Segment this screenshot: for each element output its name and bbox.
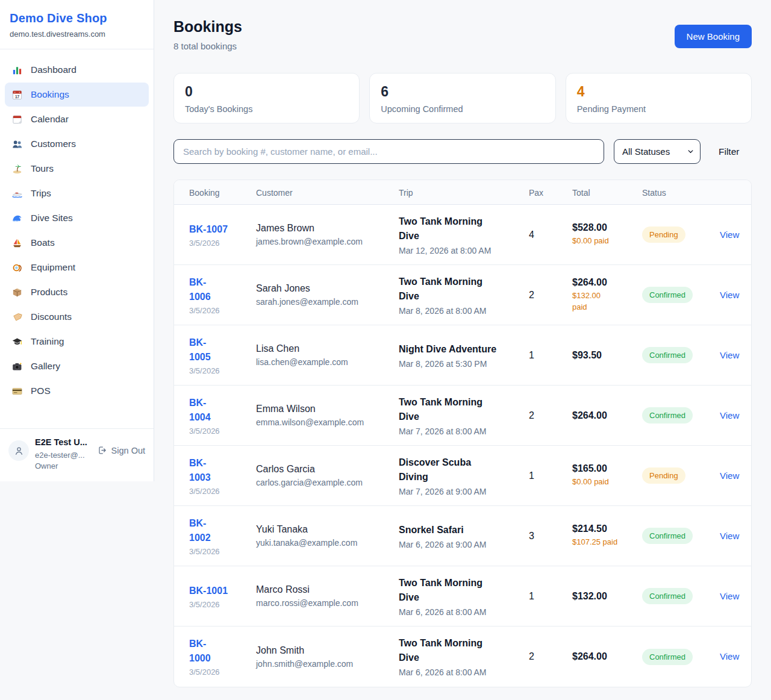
diving-mask-icon bbox=[11, 261, 23, 273]
trip-name: Two Tank Morning Dive bbox=[399, 576, 523, 605]
booking-id-link[interactable]: BK- 1005 bbox=[189, 336, 250, 364]
sailboat-icon bbox=[11, 237, 23, 249]
view-link[interactable]: View bbox=[720, 470, 739, 481]
view-link[interactable]: View bbox=[720, 531, 739, 541]
view-link[interactable]: View bbox=[720, 410, 739, 420]
customer-name: Marco Rossi bbox=[256, 584, 393, 595]
sidebar-item-equipment[interactable]: Equipment bbox=[5, 255, 149, 280]
trip-cell: Two Tank Morning Dive Mar 7, 2026 at 8:0… bbox=[399, 387, 529, 445]
trip-cell: Two Tank Morning Dive Mar 6, 2026 at 8:0… bbox=[399, 628, 529, 686]
col-header-booking: Booking bbox=[189, 180, 256, 204]
sidebar-item-training[interactable]: Training bbox=[5, 330, 149, 354]
sidebar-item-tours[interactable]: Tours bbox=[5, 157, 149, 181]
booking-id-link[interactable]: BK-1007 bbox=[189, 222, 250, 237]
brand-block: Demo Dive Shop demo.test.divestreams.com bbox=[0, 0, 154, 49]
trip-cell: Two Tank Morning Dive Mar 6, 2026 at 8:0… bbox=[399, 567, 529, 625]
table-row: BK- 1000 3/5/2026 John Smith john.smith@… bbox=[174, 627, 751, 687]
stat-label: Today's Bookings bbox=[185, 104, 348, 114]
filter-button[interactable]: Filter bbox=[710, 146, 748, 157]
sidebar-item-discounts[interactable]: Discounts bbox=[5, 305, 149, 329]
booking-cell: BK- 1005 3/5/2026 bbox=[189, 327, 256, 384]
customer-name: Yuki Tanaka bbox=[256, 524, 393, 535]
speedboat-icon bbox=[11, 187, 23, 199]
sidebar-item-products[interactable]: Products bbox=[5, 280, 149, 304]
col-header-total: Total bbox=[572, 180, 642, 204]
status-filter-select[interactable]: All Statuses bbox=[614, 139, 701, 164]
view-link[interactable]: View bbox=[720, 350, 739, 360]
page-title-block: Bookings 8 total bookings bbox=[173, 18, 242, 51]
table-row: BK- 1002 3/5/2026 Yuki Tanaka yuki.tanak… bbox=[174, 506, 751, 566]
booking-id-link[interactable]: BK- 1002 bbox=[189, 516, 250, 545]
trip-datetime: Mar 8, 2026 at 8:00 AM bbox=[399, 306, 523, 316]
search-input[interactable] bbox=[173, 139, 604, 164]
booking-id-link[interactable]: BK- 1000 bbox=[189, 637, 250, 666]
total-amount: $264.00 bbox=[572, 410, 636, 421]
table-header-row: Booking Customer Trip Pax Total Status bbox=[174, 180, 751, 205]
paid-amount: $107.25 paid bbox=[572, 537, 636, 548]
booking-id-link[interactable]: BK- 1006 bbox=[189, 275, 250, 304]
customer-email: yuki.tanaka@example.com bbox=[256, 538, 393, 548]
customer-name: Lisa Chen bbox=[256, 343, 393, 354]
stat-label: Upcoming Confirmed bbox=[381, 104, 544, 114]
booking-id-link[interactable]: BK-1001 bbox=[189, 584, 250, 598]
booking-id-link[interactable]: BK- 1003 bbox=[189, 456, 250, 485]
status-cell: Confirmed bbox=[642, 278, 720, 311]
stat-value: 0 bbox=[185, 84, 348, 100]
booking-date: 3/5/2026 bbox=[189, 547, 250, 556]
table-row: BK- 1003 3/5/2026 Carlos Garcia carlos.g… bbox=[174, 446, 751, 506]
trip-name: Night Dive Adventure bbox=[399, 342, 523, 357]
bar-chart-icon bbox=[11, 64, 23, 76]
trip-datetime: Mar 12, 2026 at 8:00 AM bbox=[399, 246, 523, 255]
sidebar-nav: Dashboard 17 Bookings Calendar Customers… bbox=[0, 49, 154, 428]
sidebar: Demo Dive Shop demo.test.divestreams.com… bbox=[0, 0, 154, 481]
table-row: BK-1001 3/5/2026 Marco Rossi marco.rossi… bbox=[174, 566, 751, 627]
sidebar-item-dive-sites[interactable]: Dive Sites bbox=[5, 206, 149, 230]
total-cell: $214.50 $107.25 paid bbox=[572, 515, 642, 557]
bookings-table: Booking Customer Trip Pax Total Status B… bbox=[173, 180, 752, 687]
view-link[interactable]: View bbox=[720, 591, 739, 601]
status-badge: Confirmed bbox=[642, 407, 693, 423]
total-amount: $528.00 bbox=[572, 222, 636, 233]
sidebar-item-pos[interactable]: POS bbox=[5, 379, 149, 403]
tag-icon bbox=[11, 311, 23, 323]
sidebar-item-gallery[interactable]: Gallery bbox=[5, 354, 149, 378]
col-header-status: Status bbox=[642, 180, 720, 204]
actions-cell: View bbox=[720, 583, 745, 610]
sidebar-item-bookings[interactable]: 17 Bookings bbox=[5, 83, 149, 107]
new-booking-button[interactable]: New Booking bbox=[675, 25, 752, 48]
sidebar-item-trips[interactable]: Trips bbox=[5, 181, 149, 205]
customer-name: Sarah Jones bbox=[256, 283, 393, 294]
sign-out-button[interactable]: Sign Out bbox=[97, 445, 145, 455]
view-link[interactable]: View bbox=[720, 651, 739, 661]
trip-cell: Two Tank Morning Dive Mar 12, 2026 at 8:… bbox=[399, 206, 529, 264]
wave-icon bbox=[11, 212, 23, 224]
booking-cell: BK- 1004 3/5/2026 bbox=[189, 387, 256, 444]
view-link[interactable]: View bbox=[720, 230, 739, 240]
paid-amount: $0.00 paid bbox=[572, 477, 636, 488]
table-body: BK-1007 3/5/2026 James Brown james.brown… bbox=[174, 205, 751, 687]
bookings-calendar-icon: 17 bbox=[11, 89, 23, 101]
avatar bbox=[8, 440, 29, 461]
pax-cell: 1 bbox=[529, 342, 572, 369]
trip-datetime: Mar 8, 2026 at 5:30 PM bbox=[399, 359, 523, 369]
sidebar-item-boats[interactable]: Boats bbox=[5, 231, 149, 255]
trip-datetime: Mar 6, 2026 at 8:00 AM bbox=[399, 607, 523, 617]
col-header-trip: Trip bbox=[399, 180, 529, 204]
booking-cell: BK- 1000 3/5/2026 bbox=[189, 628, 256, 685]
actions-cell: View bbox=[720, 281, 745, 309]
booking-id-link[interactable]: BK- 1004 bbox=[189, 396, 250, 425]
booking-date: 3/5/2026 bbox=[189, 667, 250, 677]
total-amount: $132.00 bbox=[572, 591, 636, 602]
view-link[interactable]: View bbox=[720, 290, 739, 300]
trip-cell: Two Tank Morning Dive Mar 8, 2026 at 8:0… bbox=[399, 266, 529, 324]
sidebar-item-calendar[interactable]: Calendar bbox=[5, 107, 149, 131]
paid-amount: $132.00 paid bbox=[572, 290, 636, 313]
package-icon bbox=[11, 286, 23, 298]
customer-email: carlos.garcia@example.com bbox=[256, 478, 393, 487]
status-badge: Pending bbox=[642, 467, 685, 484]
total-cell: $264.00 bbox=[572, 643, 642, 670]
pax-cell: 1 bbox=[529, 462, 572, 490]
customer-cell: Lisa Chen lisa.chen@example.com bbox=[256, 335, 399, 375]
sidebar-item-dashboard[interactable]: Dashboard bbox=[5, 58, 149, 82]
sidebar-item-customers[interactable]: Customers bbox=[5, 132, 149, 156]
